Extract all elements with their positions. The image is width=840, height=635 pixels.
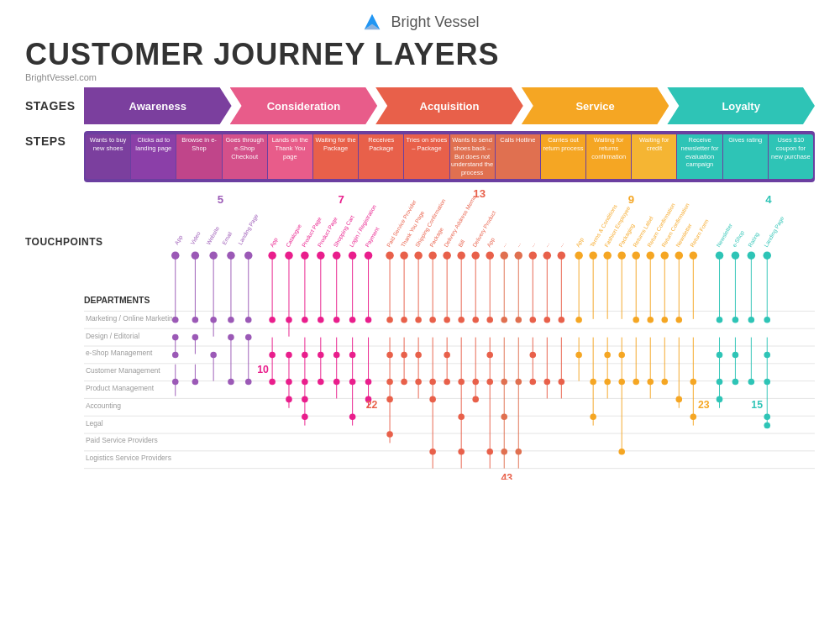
dept-dot: [245, 317, 252, 323]
steps-row: STEPS Wants to buy new shoes Clicks ad t…: [25, 131, 815, 182]
count-accounting-23: 23: [698, 399, 710, 411]
dept-dot: [192, 317, 199, 323]
dept-dot: [732, 317, 739, 323]
dept-dot: [717, 351, 723, 358]
dept-dot: [286, 351, 292, 358]
stages-container: Awareness Consideration Acquisition Serv…: [84, 87, 815, 124]
svg-text:...: ...: [557, 241, 564, 248]
dept-dot: [401, 317, 407, 323]
tp-dot: [486, 251, 493, 259]
dept-dot: [444, 317, 450, 323]
dept-dot: [444, 379, 450, 386]
logo-text: Bright Vessel: [391, 13, 479, 31]
tp-dot: [414, 251, 422, 259]
step-13: Waiting for credit: [632, 134, 676, 179]
dept-dot: [172, 317, 179, 323]
dept-dot: [349, 317, 356, 323]
tp-dot: [471, 251, 479, 259]
step-15: Gives rating: [723, 134, 768, 179]
dept-dot: [590, 413, 596, 420]
dept-marketing: Marketing / Online Marketing: [86, 314, 177, 323]
dept-dot: [633, 317, 639, 323]
tp-dot: [617, 251, 625, 259]
tp-dot: [365, 251, 372, 259]
count-accounting-15: 15: [751, 399, 763, 411]
step-14: Receive newsletter for evaluation campai…: [677, 134, 722, 179]
svg-text:Email: Email: [221, 230, 234, 245]
step-3: Browse in e-Shop: [176, 134, 221, 179]
dept-dot: [429, 379, 436, 386]
dept-dot: [286, 317, 292, 323]
svg-text:Bill: Bill: [457, 238, 466, 248]
tp-dot: [457, 251, 465, 259]
dept-dot: [717, 317, 723, 323]
svg-text:...: ...: [528, 241, 536, 248]
dept-dot: [386, 396, 393, 402]
dept-dot: [192, 334, 199, 341]
dept-dot: [472, 379, 479, 386]
dept-dot: [515, 379, 522, 386]
tp-dot: [515, 251, 522, 259]
svg-text:App: App: [575, 236, 585, 248]
dept-dot: [210, 351, 217, 358]
svg-text:Video: Video: [189, 230, 202, 245]
dept-paid: Paid Service Providers: [86, 436, 158, 444]
tp-dot: [501, 251, 508, 259]
dept-dot: [458, 413, 465, 420]
dept-dot: [228, 379, 234, 386]
dept-dot: [618, 449, 625, 455]
dept-dot: [515, 449, 522, 455]
dept-dot: [604, 379, 611, 386]
dept-dot: [486, 449, 493, 455]
dept-dot: [286, 379, 292, 386]
dept-dot: [486, 379, 493, 386]
step-4: Goes through e-Shop Checkout: [223, 134, 267, 179]
tp-dot: [192, 251, 199, 259]
dept-dot: [429, 396, 436, 402]
dept-dot: [386, 317, 393, 323]
dept-dot: [444, 351, 450, 358]
dept-dot: [172, 334, 179, 341]
stage-service: Service: [522, 87, 669, 124]
tp-dot: [349, 251, 356, 259]
tp-dot: [690, 251, 697, 259]
svg-text:Landing Page: Landing Page: [763, 215, 785, 249]
dept-dot: [748, 317, 755, 323]
dept-dot: [333, 317, 340, 323]
tp-dot: [400, 251, 407, 259]
dept-dot: [515, 317, 522, 323]
tp-dot: [732, 251, 739, 259]
stage-consideration: Consideration: [230, 87, 378, 124]
count-accounting-22: 22: [366, 399, 378, 411]
tp-dot: [716, 251, 723, 259]
dept-dot: [429, 449, 436, 455]
dept-dot: [732, 379, 739, 386]
dept-dot: [559, 379, 565, 386]
dept-dot: [458, 317, 465, 323]
touchpoints-section: TOUCHPOINTS Marketing / On: [25, 186, 815, 480]
dept-dot: [618, 351, 625, 358]
dept-dot: [458, 449, 465, 455]
count-loyalty: 4: [765, 193, 772, 206]
stage-awareness: Awareness: [84, 87, 232, 124]
dept-dot: [717, 396, 723, 402]
dept-dot: [530, 379, 537, 386]
touchpoints-chart: Marketing / Online Marketing Design / Ed…: [84, 186, 815, 480]
stage-loyalty: Loyalty: [667, 87, 815, 124]
tp-dot: [603, 251, 611, 259]
dept-dot: [302, 413, 308, 420]
dept-dot: [349, 351, 356, 358]
dept-dot: [690, 379, 697, 386]
step-6: Waiting for the Package: [313, 134, 358, 179]
tp-dot: [661, 251, 669, 259]
tp-dot: [386, 251, 393, 259]
stages-label: STAGES: [25, 99, 84, 113]
dept-dot: [764, 413, 770, 420]
tp-dot: [443, 251, 450, 259]
dept-dot: [349, 379, 356, 386]
dept-dot: [676, 317, 683, 323]
step-1: Wants to buy new shoes: [86, 134, 130, 179]
step-5: Lands on the Thank You page: [268, 134, 312, 179]
svg-text:App: App: [173, 234, 184, 245]
dept-dot: [245, 334, 252, 341]
